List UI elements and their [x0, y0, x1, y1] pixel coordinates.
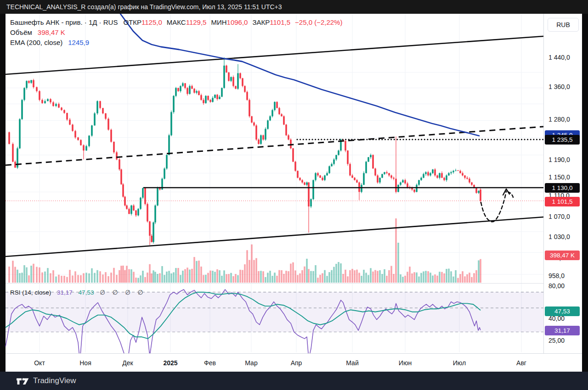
- volume-bar: [262, 271, 264, 283]
- volume-bar: [144, 277, 146, 283]
- candle-body: [147, 204, 148, 222]
- ema-value: 1245,9: [68, 39, 89, 46]
- volume-bar: [443, 273, 445, 283]
- volume-bar: [66, 277, 68, 283]
- volume-bar: [128, 269, 130, 283]
- volume-bar: [260, 271, 262, 283]
- volume-bar: [452, 277, 454, 283]
- candle-body: [219, 97, 220, 99]
- volume-bar: [69, 270, 71, 283]
- candle-body: [96, 101, 98, 113]
- volume-bar: [55, 277, 57, 283]
- candle-body: [140, 198, 141, 209]
- candle-body: [425, 172, 427, 174]
- candle-body: [251, 116, 253, 123]
- projection-arrow[interactable]: [481, 191, 506, 222]
- candle-body: [28, 81, 30, 83]
- volume-bar: [28, 275, 30, 283]
- volume-bar: [363, 270, 365, 283]
- candle-body: [221, 88, 223, 97]
- currency-button[interactable]: RUB: [548, 18, 579, 32]
- time-axis-label: Май: [346, 359, 358, 367]
- volume-bar: [448, 268, 450, 283]
- volume-bar: [166, 272, 168, 283]
- candle-body: [308, 183, 310, 206]
- candle-body: [285, 125, 287, 135]
- volume-bar: [207, 273, 209, 283]
- candle-body: [315, 173, 317, 180]
- volume-bar: [354, 270, 356, 283]
- volume-bar: [333, 267, 335, 283]
- candle-body: [80, 140, 82, 145]
- symbol-title[interactable]: Башнефть АНК - прив. · 1Д · RUS: [10, 18, 118, 26]
- price-axis[interactable]: RUB 1 440,01 360,01 280,01 190,01 150,01…: [543, 14, 582, 353]
- candle-body: [26, 81, 28, 88]
- candle-body: [237, 73, 239, 89]
- volume-bar: [393, 274, 395, 283]
- candle-body: [324, 175, 326, 180]
- candle-body: [193, 89, 195, 93]
- volume-bar: [164, 275, 165, 283]
- candle-body: [475, 188, 477, 193]
- candle-body: [258, 139, 260, 144]
- volume-bar: [99, 271, 101, 283]
- candle-body: [66, 113, 68, 119]
- volume-label[interactable]: Объём: [10, 28, 32, 36]
- footer-brand[interactable]: TradingView: [33, 376, 76, 385]
- time-axis[interactable]: ОктНояДек2025ФевМарАпрМайИюнИюлАвг: [6, 353, 582, 372]
- ema-label[interactable]: EMA (200, close): [10, 39, 62, 46]
- volume-bar: [77, 275, 79, 283]
- volume-bar: [126, 266, 128, 283]
- volume-bar: [469, 273, 470, 283]
- candle-body: [153, 223, 154, 242]
- trendline-lower-channel[interactable]: [6, 217, 543, 256]
- candle-body: [363, 173, 365, 184]
- volume-bar: [239, 270, 241, 283]
- candle-body: [338, 150, 339, 155]
- candle-body: [354, 178, 356, 180]
- price-tick-label: 25,00: [548, 337, 565, 344]
- volume-bar: [464, 276, 466, 283]
- volume-bar: [269, 271, 271, 283]
- candle-body: [365, 162, 367, 173]
- volume-bar: [200, 267, 202, 283]
- volume-bar: [74, 271, 76, 283]
- volume-bar: [459, 274, 461, 283]
- candle-body: [39, 91, 40, 100]
- volume-bar: [335, 264, 337, 283]
- rsi-ma-value: 47,53: [79, 289, 94, 296]
- candle-body: [205, 96, 207, 103]
- candle-body: [265, 129, 266, 139]
- candle-body: [271, 110, 273, 116]
- candle-body: [207, 96, 209, 100]
- candle-body: [159, 188, 161, 189]
- volume-bar: [304, 267, 305, 283]
- candle-body: [226, 66, 227, 72]
- volume-bar: [102, 274, 104, 283]
- candle-body: [166, 155, 168, 169]
- candle-body: [331, 164, 333, 166]
- volume-bar: [430, 273, 431, 283]
- candle-body: [119, 160, 120, 170]
- volume-bar: [418, 277, 420, 283]
- rsi-title[interactable]: RSI (14, close): [10, 289, 51, 296]
- symbol-legend-row-main: Башнефть АНК - прив. · 1Д · RUS ОТКР1125…: [10, 18, 342, 26]
- time-axis-label: Апр: [291, 359, 302, 367]
- volume-bar: [288, 271, 289, 283]
- candle-body: [436, 175, 438, 178]
- candle-body: [135, 211, 137, 216]
- volume-bar: [420, 273, 422, 283]
- candle-body: [72, 125, 74, 131]
- candle-body: [276, 102, 278, 108]
- price-chart-canvas[interactable]: [0, 0, 588, 390]
- candle-body: [107, 119, 109, 130]
- volume-bar: [113, 268, 115, 283]
- candle-body: [480, 189, 481, 201]
- volume-bar: [161, 266, 163, 283]
- candle-body: [44, 101, 46, 103]
- snapshot-title: TECHNICAL_ANALYSIS_R создал(а) график на…: [6, 3, 282, 11]
- tradingview-logo[interactable]: [17, 377, 29, 385]
- candle-body: [128, 209, 130, 214]
- volume-bar: [203, 275, 204, 283]
- price-tick-label: 80,00: [548, 282, 565, 290]
